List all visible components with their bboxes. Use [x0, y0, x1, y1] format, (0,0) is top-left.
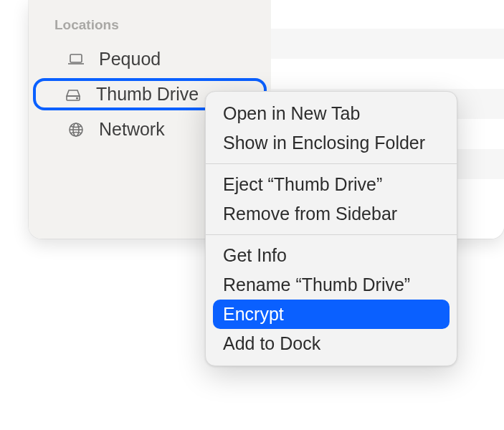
- menu-separator: [206, 163, 457, 164]
- menu-item-get-info[interactable]: Get Info: [206, 241, 457, 270]
- list-row[interactable]: [271, 59, 504, 89]
- list-row[interactable]: [271, 29, 504, 59]
- laptop-icon: [66, 49, 86, 70]
- sidebar-item-label: Pequod: [99, 49, 161, 70]
- menu-item-remove-sidebar[interactable]: Remove from Sidebar: [206, 199, 457, 229]
- globe-icon: [66, 120, 86, 140]
- menu-item-add-to-dock[interactable]: Add to Dock: [206, 329, 457, 358]
- menu-separator: [206, 234, 457, 235]
- menu-item-encrypt[interactable]: Encrypt: [213, 300, 450, 329]
- svg-point-3: [77, 97, 78, 99]
- menu-item-eject[interactable]: Eject “Thumb Drive”: [206, 170, 457, 199]
- context-menu: Open in New Tab Show in Enclosing Folder…: [205, 91, 457, 366]
- svg-rect-0: [70, 54, 82, 62]
- menu-item-open-new-tab[interactable]: Open in New Tab: [206, 99, 457, 128]
- sidebar-item-label: Network: [99, 119, 165, 140]
- section-header-locations: Locations: [29, 17, 271, 33]
- sidebar-item-label: Thumb Drive: [96, 84, 199, 105]
- menu-item-show-enclosing-folder[interactable]: Show in Enclosing Folder: [206, 128, 457, 158]
- menu-item-rename[interactable]: Rename “Thumb Drive”: [206, 270, 457, 300]
- external-drive-icon: [63, 85, 83, 105]
- sidebar-item-pequod[interactable]: Pequod: [36, 43, 264, 75]
